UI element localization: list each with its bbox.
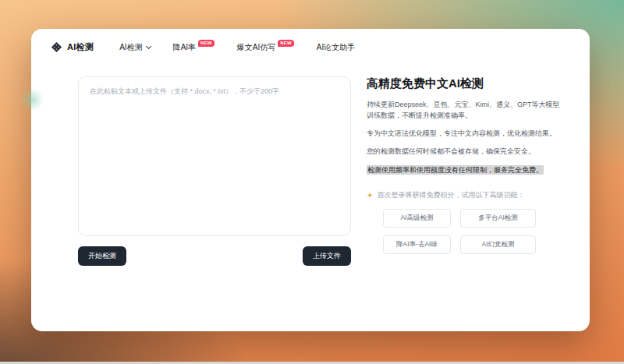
- feature-ai-hallucination-detect[interactable]: AI幻觉检测: [460, 235, 536, 254]
- info-paragraph: 您的检测数据任何时候都不会被存储，确保完全安全。: [367, 147, 566, 157]
- nav-item-label: AI检测: [119, 42, 142, 53]
- feature-ai-advanced-detect[interactable]: AI高级检测: [383, 209, 451, 228]
- action-row: 开始检测 上传文件: [78, 246, 351, 266]
- info-panel: 高精度免费中文AI检测 持续更新Deepseek、豆包、元宝、Kimi、通义、G…: [367, 76, 566, 266]
- brand[interactable]: AI检测: [51, 41, 94, 53]
- new-badge: NEW: [278, 40, 294, 47]
- brand-diamond-icon: [51, 41, 62, 53]
- feature-reduce-ai-flavor[interactable]: 降AI率-去AI味: [383, 235, 451, 254]
- nav-item-label: 降AI率: [173, 42, 196, 53]
- main-content: 开始检测 上传文件 高精度免费中文AI检测 持续更新Deepseek、豆包、元宝…: [31, 53, 590, 266]
- brand-title: AI检测: [67, 41, 94, 53]
- highlight-text: 检测使用频率和使用额度没有任何限制，服务完全免费。: [367, 165, 544, 175]
- text-input[interactable]: [78, 76, 351, 236]
- promo-text: 首次登录将获得免费积分，试用以下高级功能：: [377, 190, 524, 200]
- new-badge: NEW: [198, 40, 214, 47]
- nav-item-label: 爆文AI仿写: [237, 42, 275, 53]
- main-card: AI检测 AI检测 降AI率 NEW 爆文AI仿写 NEW AI论文助手: [31, 29, 590, 331]
- nav-item-label: AI论文助手: [317, 42, 355, 53]
- chevron-down-icon: [146, 43, 151, 48]
- feature-buttons: AI高级检测 多平台AI检测 降AI率-去AI味 AI幻觉检测: [383, 209, 566, 254]
- promo-line: ✦ 首次登录将获得免费积分，试用以下高级功能：: [367, 190, 566, 200]
- sparkle-icon: ✦: [367, 192, 373, 200]
- nav-item-viral-rewrite[interactable]: 爆文AI仿写 NEW: [237, 42, 294, 53]
- info-paragraph: 专为中文语法优化模型，专注中文内容检测，优化检测结果。: [367, 129, 566, 140]
- page-title: 高精度免费中文AI检测: [367, 76, 566, 91]
- nav-item-ai-paper-assistant[interactable]: AI论文助手: [317, 42, 355, 53]
- feature-multi-platform-detect[interactable]: 多平台AI检测: [460, 209, 536, 228]
- detect-panel: 开始检测 上传文件: [78, 76, 351, 266]
- nav-item-ai-detect[interactable]: AI检测: [119, 42, 150, 53]
- start-detect-button[interactable]: 开始检测: [78, 246, 126, 266]
- top-nav: AI检测 AI检测 降AI率 NEW 爆文AI仿写 NEW AI论文助手: [31, 29, 590, 53]
- nav-items: AI检测 降AI率 NEW 爆文AI仿写 NEW AI论文助手: [119, 42, 355, 53]
- nav-item-reduce-ai-rate[interactable]: 降AI率 NEW: [173, 42, 214, 53]
- highlight-paragraph: 检测使用频率和使用额度没有任何限制，服务完全免费。: [367, 164, 566, 175]
- upload-file-button[interactable]: 上传文件: [303, 246, 351, 266]
- info-paragraph: 持续更新Deepseek、豆包、元宝、Kimi、通义、GPT等大模型训练数据，不…: [367, 100, 566, 122]
